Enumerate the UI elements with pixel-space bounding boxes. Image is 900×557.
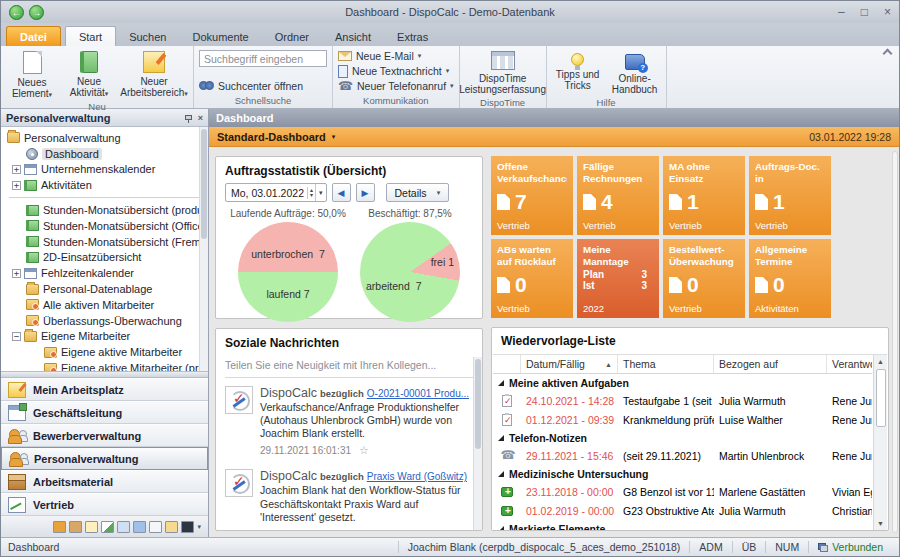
tree-scrollbar[interactable] [199, 127, 208, 371]
maximize-button[interactable]: □ [861, 6, 868, 18]
search-input[interactable] [199, 50, 327, 67]
tree-item-eigene[interactable]: − Eigene Mitarbeiter [1, 329, 208, 345]
expand-icon[interactable]: + [12, 269, 21, 278]
chevron-down-icon[interactable]: ▾ [332, 133, 336, 141]
nav-vertrieb[interactable]: Vertrieb [1, 493, 208, 516]
table-row[interactable]: 01.12.2021 - 09:39 Krankmeldung prüfen..… [493, 410, 872, 429]
dispotime-button[interactable]: DispoTime Leistungserfassung [463, 48, 543, 96]
date-editor[interactable]: Mo, 03.01.2022 ▴▾ ▾ [225, 183, 327, 202]
social-composer-input[interactable] [225, 356, 473, 378]
tree-item-ueberlassung[interactable]: Überlassungs-Überwachung [1, 313, 208, 329]
next-day-button[interactable]: ▶ [356, 183, 375, 202]
tile-faellige-rechnungen[interactable]: Fällige Rechnungen 4 Vertrieb [577, 156, 659, 235]
tab-extras[interactable]: Extras [384, 27, 441, 46]
star-icon[interactable]: ☆ [359, 444, 369, 456]
tab-ansicht[interactable]: Ansicht [322, 27, 384, 46]
tree-item-fehlzeiten[interactable]: + Fehlzeitenkalender [1, 265, 208, 281]
tab-ordner[interactable]: Ordner [262, 27, 322, 46]
date-dropdown-icon[interactable]: ▾ [315, 184, 326, 201]
column-bezogen[interactable]: Bezogen auf [714, 355, 827, 373]
folder-mini-icon[interactable] [165, 521, 178, 533]
nav-personalverwaltung[interactable]: Personalverwaltung [1, 447, 208, 470]
table-row[interactable]: ☎ 29.11.2021 - 15:46 (seit 29.11.2021) M… [493, 446, 872, 465]
new-workspace-button[interactable]: Neuer Arbeitsbereich▾ [118, 48, 190, 100]
new-activity-button[interactable]: Neue Aktivität▾ [61, 48, 117, 100]
back-icon[interactable]: ← [9, 5, 24, 20]
social-post[interactable]: DispoCalcbezüglichO-2021-00001 Produ... … [216, 378, 482, 461]
forward-icon[interactable]: → [29, 5, 44, 20]
scroll-down-icon[interactable]: ▼ [877, 517, 884, 530]
collapse-icon[interactable]: − [12, 332, 21, 341]
tree-item-eigene-produktiv[interactable]: Eigene aktive Mitarbeiter (produktiv) [1, 360, 208, 371]
group-row[interactable]: Telefon-Notizen [493, 429, 872, 446]
tree-item-unternehmenskalender[interactable]: + Unternehmenskalender [1, 162, 208, 178]
tile-ma-ohne-einsatz[interactable]: MA ohne Einsatz 1 Vertrieb [663, 156, 745, 235]
collapse-ribbon-icon[interactable] [883, 49, 893, 59]
tile-abs-ruecklauf[interactable]: ABs warten auf Rücklauf 0 Vertrieb [491, 239, 573, 318]
tree-item-aktivitaeten[interactable]: + Aktivitäten [1, 177, 208, 193]
chart-mini-icon[interactable] [101, 521, 114, 533]
card-mini-icon[interactable] [117, 521, 130, 533]
column-datum[interactable]: Datum/Fällig▲ [521, 355, 618, 373]
scroll-up-icon[interactable]: ▲ [877, 355, 884, 368]
printer-mini-icon[interactable] [149, 521, 162, 533]
tab-datei[interactable]: Datei [6, 26, 61, 46]
dashboard-scrollbar[interactable] [892, 151, 898, 533]
group-row[interactable]: Meine aktiven Aufgaben [493, 374, 872, 391]
tile-auftrags-doc[interactable]: Auftrags-Doc. in Wiedervorlage 1 Vertrie… [749, 156, 831, 235]
notes-mini-icon[interactable] [85, 521, 98, 533]
grid-scrollbar[interactable]: ▲ ▼ [873, 355, 887, 530]
sidebar-splitter[interactable] [1, 371, 208, 378]
table-row[interactable]: 01.02.2019 - 00:00 G23 Obstruktive Atem.… [493, 501, 872, 520]
tile-offene-verkaufschancen[interactable]: Offene Verkaufschancen 7 Vertrieb [491, 156, 573, 235]
more-icons-dropdown[interactable]: ▾ [197, 523, 201, 531]
column-verantwortlich[interactable]: Verantwortl... [827, 355, 872, 373]
expand-icon[interactable]: + [12, 181, 21, 190]
group-row[interactable]: Markierte Elemente [493, 520, 872, 531]
nav-mein-arbeitsplatz[interactable]: Mein Arbeitsplatz [1, 378, 208, 401]
post-link[interactable]: O-2021-00001 Produ... [367, 388, 469, 399]
tree-item-alle-aktiven[interactable]: Alle aktiven Mitarbeiter [1, 297, 208, 313]
tree-item-eigene-aktive[interactable]: Eigene aktive Mitarbeiter [1, 344, 208, 360]
social-scrollbar[interactable] [473, 357, 482, 530]
tile-allgemeine-termine[interactable]: Allgemeine Termine (nächst... 0 Aktivitä… [749, 239, 831, 318]
expand-icon[interactable]: + [12, 165, 21, 174]
close-panel-icon[interactable]: × [198, 113, 203, 123]
tree-item-2d-einsatz[interactable]: 2D-Einsatzübersicht [1, 250, 208, 266]
spin-down-icon[interactable]: ▾ [310, 193, 313, 198]
tips-button[interactable]: Tipps und Tricks [550, 48, 606, 96]
table-row[interactable]: 23.11.2018 - 00:00 G8 Benzol ist vor 113… [493, 482, 872, 501]
people-mini-icon[interactable] [53, 521, 66, 533]
nav-arbeitsmaterial[interactable]: Arbeitsmaterial [1, 470, 208, 493]
box-mini-icon[interactable] [69, 521, 82, 533]
table-row[interactable]: 24.10.2021 - 14:28 Testaufgabe 1 (seit 2… [493, 391, 872, 410]
shortcut-mini-icon[interactable] [181, 521, 194, 533]
minimize-button[interactable]: – [838, 6, 845, 18]
close-button[interactable]: × [884, 6, 891, 18]
details-button[interactable]: Details ▾ [386, 183, 450, 202]
column-thema[interactable]: Thema [618, 355, 714, 373]
tree-item-stunden-office[interactable]: Stunden-Monatsübersicht (Office) [1, 218, 208, 234]
tree-item-dashboard[interactable]: Dashboard [1, 146, 208, 162]
open-search-center-button[interactable]: Suchcenter öffnen [199, 80, 327, 92]
new-text-message-button[interactable]: Neue Textnachricht ▾ [338, 65, 454, 78]
post-link[interactable]: Praxis Ward (Goßwitz) [367, 471, 467, 482]
tab-dokumente[interactable]: Dokumente [179, 27, 261, 46]
window-mini-icon[interactable] [133, 521, 146, 533]
group-row[interactable]: Medizinische Untersuchung [493, 465, 872, 482]
star-icon[interactable]: ☆ [359, 528, 369, 531]
prev-day-button[interactable]: ◀ [332, 183, 351, 202]
nav-bewerberverwaltung[interactable]: Bewerberverwaltung [1, 424, 208, 447]
tree-item-root[interactable]: Personalverwaltung [1, 130, 208, 146]
nav-geschaeftsleitung[interactable]: Geschäftsleitung [1, 401, 208, 424]
social-post[interactable]: DispoCalcbezüglichPraxis Ward (Goßwitz) … [216, 461, 482, 531]
tree-item-stunden-fremd[interactable]: Stunden-Monatsübersicht (Fremdpersonal) [1, 234, 208, 250]
tab-start[interactable]: Start [65, 26, 116, 46]
tab-suchen[interactable]: Suchen [116, 27, 179, 46]
new-email-button[interactable]: Neue E-Mail ▾ [338, 50, 454, 62]
dashboard-selector[interactable]: Standard-Dashboard [217, 131, 326, 143]
tree-item-stunden-produktiv[interactable]: Stunden-Monatsübersicht (produktiv) [1, 202, 208, 218]
new-phone-call-button[interactable]: ☎ Neuer Telefonanruf ▾ [338, 80, 454, 92]
tile-bestellwert[interactable]: Bestellwert-Überwachung 0 Vertrieb [663, 239, 745, 318]
tile-meine-manntage[interactable]: Meine Manntage Plan3 Ist3 2022 [577, 239, 659, 318]
